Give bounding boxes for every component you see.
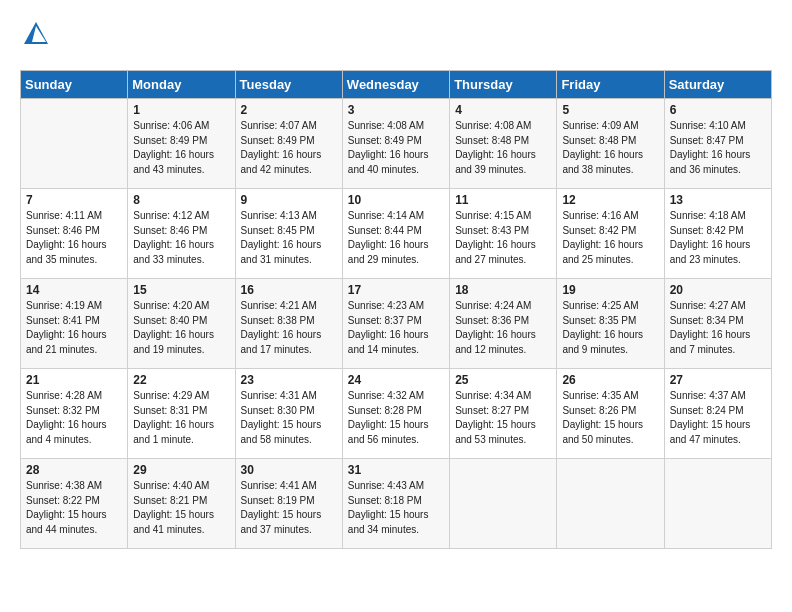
calendar-cell: 28Sunrise: 4:38 AM Sunset: 8:22 PM Dayli… bbox=[21, 459, 128, 549]
calendar-cell: 8Sunrise: 4:12 AM Sunset: 8:46 PM Daylig… bbox=[128, 189, 235, 279]
calendar-cell: 2Sunrise: 4:07 AM Sunset: 8:49 PM Daylig… bbox=[235, 99, 342, 189]
day-info: Sunrise: 4:24 AM Sunset: 8:36 PM Dayligh… bbox=[455, 299, 551, 357]
day-info: Sunrise: 4:21 AM Sunset: 8:38 PM Dayligh… bbox=[241, 299, 337, 357]
day-info: Sunrise: 4:27 AM Sunset: 8:34 PM Dayligh… bbox=[670, 299, 766, 357]
weekday-header: Tuesday bbox=[235, 71, 342, 99]
day-info: Sunrise: 4:13 AM Sunset: 8:45 PM Dayligh… bbox=[241, 209, 337, 267]
day-number: 24 bbox=[348, 373, 444, 387]
weekday-header: Saturday bbox=[664, 71, 771, 99]
calendar-cell: 14Sunrise: 4:19 AM Sunset: 8:41 PM Dayli… bbox=[21, 279, 128, 369]
calendar-cell bbox=[557, 459, 664, 549]
calendar-cell: 4Sunrise: 4:08 AM Sunset: 8:48 PM Daylig… bbox=[450, 99, 557, 189]
day-info: Sunrise: 4:11 AM Sunset: 8:46 PM Dayligh… bbox=[26, 209, 122, 267]
calendar-cell: 12Sunrise: 4:16 AM Sunset: 8:42 PM Dayli… bbox=[557, 189, 664, 279]
calendar-cell: 24Sunrise: 4:32 AM Sunset: 8:28 PM Dayli… bbox=[342, 369, 449, 459]
logo-icon bbox=[22, 20, 50, 48]
day-number: 2 bbox=[241, 103, 337, 117]
day-number: 22 bbox=[133, 373, 229, 387]
calendar-cell: 30Sunrise: 4:41 AM Sunset: 8:19 PM Dayli… bbox=[235, 459, 342, 549]
day-number: 11 bbox=[455, 193, 551, 207]
day-info: Sunrise: 4:40 AM Sunset: 8:21 PM Dayligh… bbox=[133, 479, 229, 537]
logo bbox=[20, 20, 50, 54]
day-info: Sunrise: 4:08 AM Sunset: 8:49 PM Dayligh… bbox=[348, 119, 444, 177]
calendar-cell: 20Sunrise: 4:27 AM Sunset: 8:34 PM Dayli… bbox=[664, 279, 771, 369]
weekday-header: Sunday bbox=[21, 71, 128, 99]
calendar-cell: 21Sunrise: 4:28 AM Sunset: 8:32 PM Dayli… bbox=[21, 369, 128, 459]
day-number: 17 bbox=[348, 283, 444, 297]
calendar-cell: 7Sunrise: 4:11 AM Sunset: 8:46 PM Daylig… bbox=[21, 189, 128, 279]
calendar-cell: 10Sunrise: 4:14 AM Sunset: 8:44 PM Dayli… bbox=[342, 189, 449, 279]
day-number: 7 bbox=[26, 193, 122, 207]
day-number: 26 bbox=[562, 373, 658, 387]
calendar-cell: 1Sunrise: 4:06 AM Sunset: 8:49 PM Daylig… bbox=[128, 99, 235, 189]
day-info: Sunrise: 4:09 AM Sunset: 8:48 PM Dayligh… bbox=[562, 119, 658, 177]
day-info: Sunrise: 4:32 AM Sunset: 8:28 PM Dayligh… bbox=[348, 389, 444, 447]
calendar-cell bbox=[450, 459, 557, 549]
calendar-cell: 16Sunrise: 4:21 AM Sunset: 8:38 PM Dayli… bbox=[235, 279, 342, 369]
day-number: 4 bbox=[455, 103, 551, 117]
day-number: 28 bbox=[26, 463, 122, 477]
calendar-cell: 11Sunrise: 4:15 AM Sunset: 8:43 PM Dayli… bbox=[450, 189, 557, 279]
day-number: 13 bbox=[670, 193, 766, 207]
day-info: Sunrise: 4:23 AM Sunset: 8:37 PM Dayligh… bbox=[348, 299, 444, 357]
day-number: 15 bbox=[133, 283, 229, 297]
day-number: 25 bbox=[455, 373, 551, 387]
day-info: Sunrise: 4:43 AM Sunset: 8:18 PM Dayligh… bbox=[348, 479, 444, 537]
day-info: Sunrise: 4:34 AM Sunset: 8:27 PM Dayligh… bbox=[455, 389, 551, 447]
weekday-header: Wednesday bbox=[342, 71, 449, 99]
calendar-cell: 15Sunrise: 4:20 AM Sunset: 8:40 PM Dayli… bbox=[128, 279, 235, 369]
day-info: Sunrise: 4:41 AM Sunset: 8:19 PM Dayligh… bbox=[241, 479, 337, 537]
day-info: Sunrise: 4:25 AM Sunset: 8:35 PM Dayligh… bbox=[562, 299, 658, 357]
calendar-week-row: 28Sunrise: 4:38 AM Sunset: 8:22 PM Dayli… bbox=[21, 459, 772, 549]
day-number: 19 bbox=[562, 283, 658, 297]
calendar-week-row: 14Sunrise: 4:19 AM Sunset: 8:41 PM Dayli… bbox=[21, 279, 772, 369]
day-number: 6 bbox=[670, 103, 766, 117]
day-info: Sunrise: 4:29 AM Sunset: 8:31 PM Dayligh… bbox=[133, 389, 229, 447]
day-info: Sunrise: 4:38 AM Sunset: 8:22 PM Dayligh… bbox=[26, 479, 122, 537]
calendar-cell: 17Sunrise: 4:23 AM Sunset: 8:37 PM Dayli… bbox=[342, 279, 449, 369]
day-info: Sunrise: 4:31 AM Sunset: 8:30 PM Dayligh… bbox=[241, 389, 337, 447]
calendar-week-row: 7Sunrise: 4:11 AM Sunset: 8:46 PM Daylig… bbox=[21, 189, 772, 279]
day-number: 18 bbox=[455, 283, 551, 297]
day-number: 21 bbox=[26, 373, 122, 387]
day-number: 10 bbox=[348, 193, 444, 207]
day-number: 16 bbox=[241, 283, 337, 297]
calendar-cell: 5Sunrise: 4:09 AM Sunset: 8:48 PM Daylig… bbox=[557, 99, 664, 189]
calendar-table: SundayMondayTuesdayWednesdayThursdayFrid… bbox=[20, 70, 772, 549]
calendar-cell: 22Sunrise: 4:29 AM Sunset: 8:31 PM Dayli… bbox=[128, 369, 235, 459]
day-number: 1 bbox=[133, 103, 229, 117]
weekday-header: Thursday bbox=[450, 71, 557, 99]
day-info: Sunrise: 4:15 AM Sunset: 8:43 PM Dayligh… bbox=[455, 209, 551, 267]
day-number: 30 bbox=[241, 463, 337, 477]
calendar-week-row: 21Sunrise: 4:28 AM Sunset: 8:32 PM Dayli… bbox=[21, 369, 772, 459]
day-info: Sunrise: 4:12 AM Sunset: 8:46 PM Dayligh… bbox=[133, 209, 229, 267]
calendar-cell: 6Sunrise: 4:10 AM Sunset: 8:47 PM Daylig… bbox=[664, 99, 771, 189]
calendar-cell: 25Sunrise: 4:34 AM Sunset: 8:27 PM Dayli… bbox=[450, 369, 557, 459]
calendar-cell: 13Sunrise: 4:18 AM Sunset: 8:42 PM Dayli… bbox=[664, 189, 771, 279]
day-info: Sunrise: 4:35 AM Sunset: 8:26 PM Dayligh… bbox=[562, 389, 658, 447]
weekday-header: Friday bbox=[557, 71, 664, 99]
day-number: 29 bbox=[133, 463, 229, 477]
calendar-cell: 23Sunrise: 4:31 AM Sunset: 8:30 PM Dayli… bbox=[235, 369, 342, 459]
day-number: 9 bbox=[241, 193, 337, 207]
day-info: Sunrise: 4:19 AM Sunset: 8:41 PM Dayligh… bbox=[26, 299, 122, 357]
logo-text bbox=[20, 20, 50, 54]
calendar-cell: 31Sunrise: 4:43 AM Sunset: 8:18 PM Dayli… bbox=[342, 459, 449, 549]
day-number: 23 bbox=[241, 373, 337, 387]
calendar-week-row: 1Sunrise: 4:06 AM Sunset: 8:49 PM Daylig… bbox=[21, 99, 772, 189]
day-number: 27 bbox=[670, 373, 766, 387]
day-number: 5 bbox=[562, 103, 658, 117]
day-info: Sunrise: 4:07 AM Sunset: 8:49 PM Dayligh… bbox=[241, 119, 337, 177]
calendar-cell bbox=[21, 99, 128, 189]
calendar-cell: 27Sunrise: 4:37 AM Sunset: 8:24 PM Dayli… bbox=[664, 369, 771, 459]
day-info: Sunrise: 4:14 AM Sunset: 8:44 PM Dayligh… bbox=[348, 209, 444, 267]
day-number: 14 bbox=[26, 283, 122, 297]
day-number: 3 bbox=[348, 103, 444, 117]
day-info: Sunrise: 4:06 AM Sunset: 8:49 PM Dayligh… bbox=[133, 119, 229, 177]
day-info: Sunrise: 4:37 AM Sunset: 8:24 PM Dayligh… bbox=[670, 389, 766, 447]
calendar-cell bbox=[664, 459, 771, 549]
day-info: Sunrise: 4:08 AM Sunset: 8:48 PM Dayligh… bbox=[455, 119, 551, 177]
day-info: Sunrise: 4:28 AM Sunset: 8:32 PM Dayligh… bbox=[26, 389, 122, 447]
day-number: 20 bbox=[670, 283, 766, 297]
weekday-header: Monday bbox=[128, 71, 235, 99]
